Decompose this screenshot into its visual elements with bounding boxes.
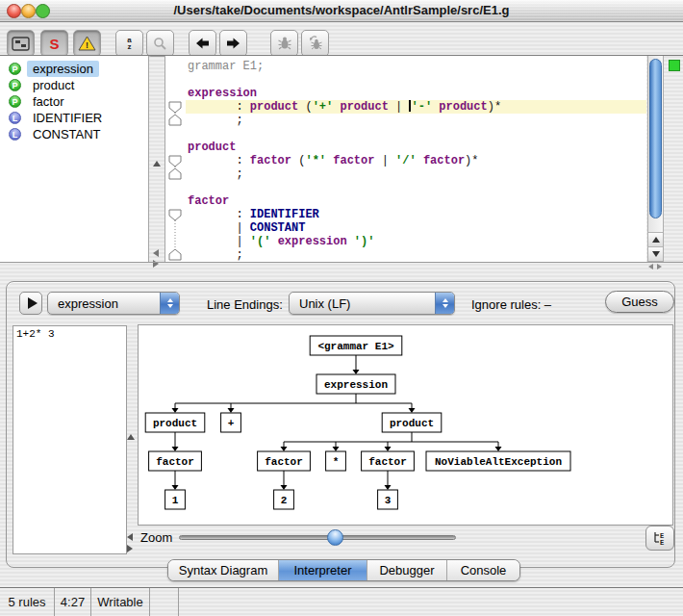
start-rule-dropdown[interactable]: expression (47, 292, 180, 315)
code-line (165, 73, 646, 87)
parser-rule-icon: P (9, 95, 21, 108)
bug-attach-icon (308, 36, 323, 51)
tab-debugger[interactable]: Debugger (367, 560, 447, 580)
debug-toolbar-button[interactable] (270, 30, 298, 57)
rule-item-product[interactable]: Pproduct (0, 77, 148, 93)
rules-list-scrollbar[interactable] (150, 56, 164, 262)
triangle-up-icon (652, 237, 660, 243)
ignore-rules-label: Ignore rules: – (471, 297, 551, 312)
tree-node-product[interactable]: product (382, 413, 442, 432)
tree-arrowhead-icon (281, 485, 288, 490)
splitter-right-icon[interactable] (127, 545, 133, 552)
guess-button[interactable]: Guess (605, 291, 674, 313)
tree-view-toggle-button[interactable]: E E (645, 526, 674, 551)
interpreter-input[interactable]: 1+2* 3 (13, 325, 127, 554)
tree-node-product[interactable]: product (145, 413, 205, 432)
tree-node-factor[interactable]: factor (258, 451, 311, 471)
code-line: ; (165, 114, 646, 127)
code-line: expression (165, 87, 646, 100)
code-line: factor (165, 194, 646, 208)
code-line: ; (165, 167, 646, 181)
code-line: product (165, 141, 646, 154)
tree-node-3[interactable]: 3 (378, 490, 398, 509)
rule-item-CONSTANT[interactable]: LCONSTANT (0, 126, 148, 142)
tree-structure-icon: E E (652, 530, 668, 546)
tree-node-NoViableAltException[interactable]: NoViableAltException (426, 451, 570, 471)
splitter-collapse-icon[interactable] (127, 434, 135, 440)
tree-node-factor[interactable]: factor (149, 451, 202, 471)
zoom-slider-knob[interactable] (327, 529, 343, 546)
back-toolbar-button[interactable] (189, 30, 216, 57)
zoom-window-button[interactable] (36, 4, 50, 18)
tree-node--[interactable]: + (221, 413, 241, 432)
tree-node-expression[interactable]: expression (316, 374, 395, 394)
rule-item-factor[interactable]: Pfactor (0, 93, 148, 110)
zoom-slider-track[interactable] (179, 535, 456, 540)
play-icon (28, 297, 38, 309)
tab-syntax-diagram[interactable]: Syntax Diagram (168, 560, 279, 580)
svg-text:+: + (228, 418, 235, 429)
minimize-window-button[interactable] (21, 4, 36, 18)
sort-rules-toolbar-button[interactable]: az (115, 30, 143, 57)
tab-interpreter[interactable]: Interpreter (279, 560, 367, 580)
rule-label: expression (27, 61, 99, 77)
tree-node-2[interactable]: 2 (274, 490, 294, 509)
run-interpreter-button[interactable] (19, 292, 42, 315)
scroll-left-icon[interactable] (153, 249, 159, 257)
s-icon: S (49, 37, 59, 51)
svg-text:1: 1 (172, 495, 179, 506)
line-endings-dropdown[interactable]: Unix (LF) (289, 292, 455, 315)
code-line: grammar E1; (165, 60, 646, 73)
tree-arrowhead-icon (172, 408, 179, 413)
svg-text:*: * (333, 456, 340, 468)
tree-node-1[interactable]: 1 (165, 490, 186, 509)
close-window-button[interactable] (7, 4, 21, 18)
rule-item-IDENTIFIER[interactable]: LIDENTIFIER (0, 110, 148, 126)
grammar-health-indicator (669, 60, 680, 71)
popup-stepper-icon (160, 293, 179, 314)
svg-text:expression: expression (324, 379, 388, 391)
scrollbar-thumb[interactable] (649, 59, 662, 218)
lexer-rule-icon: L (9, 112, 21, 124)
scroll-up-button[interactable] (648, 232, 663, 246)
code-line: | '(' expression ')' (165, 235, 646, 248)
back-arrow-icon (195, 37, 210, 50)
rule-label: factor (27, 93, 70, 110)
lexer-rule-icon: L (9, 128, 21, 141)
rule-label: product (27, 77, 80, 93)
rule-label: IDENTIFIER (27, 110, 108, 126)
code-line: : factor ('*' factor | '/' factor)* (165, 154, 646, 167)
forward-toolbar-button[interactable] (219, 30, 247, 57)
grammar-editor[interactable]: grammar E1;expression : product ('+' pro… (164, 56, 646, 262)
window-title: /Users/take/Documents/workspace/AntlrSam… (58, 3, 625, 17)
tree-arrowhead-icon (172, 447, 179, 451)
editor-vertical-scrollbar[interactable] (647, 56, 664, 262)
parse-tree-canvas[interactable]: <grammar E1>expressionproduct+productfac… (139, 325, 672, 525)
show-actions-toolbar-button[interactable]: S (40, 30, 68, 57)
editor-horizontal-scroll-arrows[interactable] (648, 264, 662, 270)
zoom-label: Zoom (140, 530, 172, 545)
scroll-up-icon[interactable] (153, 161, 161, 167)
parser-rule-icon: P (9, 63, 21, 75)
svg-text:<grammar E1>: <grammar E1> (317, 341, 394, 352)
status-bar: 5 rules4:27Writable (0, 587, 683, 616)
syntax-diagram-toolbar-button[interactable] (7, 30, 35, 57)
tab-console[interactable]: Console (447, 560, 519, 580)
scroll-right-icon (657, 264, 662, 270)
tree-node-factor[interactable]: factor (362, 451, 415, 471)
svg-text:factor: factor (156, 456, 194, 468)
search-icon (153, 37, 167, 51)
tree-node--[interactable]: * (326, 451, 346, 471)
find-toolbar-button[interactable] (146, 30, 174, 57)
tree-arrowhead-icon (385, 447, 392, 451)
debug-remote-toolbar-button[interactable] (301, 30, 329, 57)
splitter-left-icon[interactable] (127, 533, 133, 541)
svg-text:factor: factor (265, 456, 303, 468)
tree-arrowhead-icon (409, 408, 416, 413)
scroll-down-button[interactable] (648, 246, 663, 261)
rule-item-expression[interactable]: Pexpression (0, 61, 148, 77)
bug-icon (277, 36, 292, 51)
svg-text:factor: factor (368, 456, 407, 468)
tree-node--grammar-E1-[interactable]: <grammar E1> (310, 336, 402, 355)
warnings-toolbar-button[interactable]: ! (73, 30, 101, 57)
